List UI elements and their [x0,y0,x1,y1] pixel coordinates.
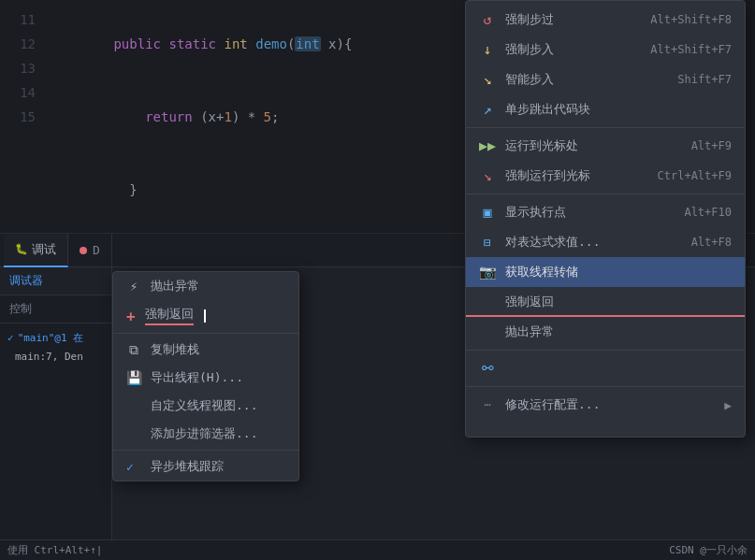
left-context-menu: ⚡ 抛出异常 + 强制返回 ⧉ 复制堆栈 💾 导出线程(H)... 自定义线程视… [112,271,299,481]
force-run-to-cursor-icon: ↘ [479,167,496,184]
force-step-over-icon: ↺ [479,11,496,28]
menu-export-thread[interactable]: 💾 导出线程(H)... [113,364,298,392]
rmenu-run-to-cursor-label: 运行到光标处 [505,137,578,154]
rmenu-force-return[interactable]: 强制返回 [466,287,745,317]
menu-force-return-label: 强制返回 [145,306,194,325]
rmenu-run-to-cursor[interactable]: ▶▶ 运行到光标处 Alt+F9 [466,131,745,161]
rmenu-modify-run-config[interactable] [466,420,745,433]
rmenu-force-step-into-left: ↓ 强制步入 [479,41,554,58]
rmenu-force-run-left: ↘ 强制运行到光标 [479,167,590,184]
throw-exception-icon: ⚡ [126,279,141,294]
thread-check-icon: ✓ [7,332,14,344]
debugger-tab-console[interactable]: 控制 [0,295,111,323]
menu-add-step-filter[interactable]: 添加步进筛选器... [113,420,298,448]
run-to-cursor-icon: ▶▶ [479,137,496,154]
rmenu-eval-expr-label: 对表达式求值... [505,234,600,251]
rmenu-exec-point-left: ▣ 显示执行点 [479,204,566,221]
rmenu-smart-step-into[interactable]: ↘ 智能步入 Shift+F7 [466,65,745,94]
rmenu-sep2 [466,194,745,194]
menu-separator-2 [113,450,298,451]
rmenu-thread-dump-label: 获取线程转储 [505,264,578,280]
smart-step-into-icon: ↘ [479,71,496,88]
rmenu-force-run-to-cursor[interactable]: ↘ 强制运行到光标 Ctrl+Alt+F9 [466,161,745,191]
tab-debug[interactable]: 🐛 调试 [4,234,68,267]
rmenu-eval-expr-left: ⊟ 对表达式求值... [479,234,600,251]
rmenu-smart-step-into-label: 智能步入 [505,71,554,88]
copy-stack-icon: ⧉ [126,342,141,358]
force-return-underline [466,315,745,317]
rmenu-force-step-over-shortcut: Alt+Shift+F8 [650,13,732,26]
debugger-tab-debugger[interactable]: 调试器 [0,267,111,295]
rmenu-exec-point-label: 显示执行点 [505,204,566,221]
step-out-code-block-icon: ↗ [479,101,496,118]
thread-main: ✓ "main"@1 在 [0,327,111,349]
checkmark-icon: ✓ [126,460,141,474]
rmenu-force-step-over[interactable]: ↺ 强制步过 Alt+Shift+F8 [466,5,745,35]
tab-d[interactable]: D [68,234,112,267]
tab-debug-label: 调试 [32,241,56,258]
debug-settings-arrow: ▶ [724,398,732,412]
menu-async-stack-trace[interactable]: ✓ 异步堆栈跟踪 [113,452,298,481]
menu-export-thread-label: 导出线程(H)... [151,369,243,386]
rmenu-step-out-left: ↗ 单步跳出代码块 [479,101,590,118]
rmenu-smart-step-into-shortcut: Shift+F7 [677,73,732,86]
rmenu-get-thread-dump[interactable]: 📷 获取线程转储 [466,257,745,287]
rmenu-force-run-shortcut: Ctrl+Alt+F9 [658,169,732,182]
show-exec-point-icon: ▣ [479,204,496,221]
menu-copy-stack-label: 复制堆栈 [151,341,199,358]
menu-force-return[interactable]: + 强制返回 [113,300,298,331]
menu-custom-thread-label: 自定义线程视图... [151,397,257,414]
rmenu-follow-chain[interactable]: ⚯ [466,353,745,383]
csdn-watermark: CSDN @一只小余 [669,543,748,557]
rmenu-force-step-into-shortcut: Alt+Shift+F7 [650,43,732,56]
rmenu-force-return-left: 强制返回 [479,294,554,310]
status-left: 使用 Ctrl+Alt+↑| [7,543,102,557]
rmenu-show-execution-point[interactable]: ▣ 显示执行点 Alt+F10 [466,197,745,227]
rmenu-thread-dump-left: 📷 获取线程转储 [479,264,578,280]
rmenu-debug-settings-label: 修改运行配置... [505,396,600,413]
menu-custom-thread-view[interactable]: 自定义线程视图... [113,392,298,420]
rmenu-follow-chain-left: ⚯ [479,360,505,377]
menu-add-step-label: 添加步进筛选器... [151,425,257,442]
force-step-into-icon: ↓ [479,41,496,58]
rmenu-force-step-into-label: 强制步入 [505,41,554,58]
rmenu-throw-exc-label: 抛出异常 [505,323,554,340]
rmenu-step-out-label: 单步跳出代码块 [505,101,590,118]
rmenu-force-return-label: 强制返回 [505,294,554,310]
rmenu-sep1 [466,127,745,128]
rmenu-eval-expr-shortcut: Alt+F8 [691,236,732,249]
menu-throw-exception[interactable]: ⚡ 抛出异常 [113,272,298,300]
menu-async-label: 异步堆栈跟踪 [151,458,224,475]
debug-settings-icon: ⋯ [479,398,496,411]
debugger-sidebar: 调试器 控制 ✓ "main"@1 在 main:7, Den [0,267,112,560]
rmenu-sep4 [466,386,745,387]
rmenu-smart-step-into-left: ↘ 智能步入 [479,71,554,88]
menu-throw-exception-label: 抛出异常 [151,278,199,294]
rmenu-force-step-over-left: ↺ 强制步过 [479,11,554,28]
rmenu-exec-point-shortcut: Alt+F10 [684,206,732,219]
rmenu-sep3 [466,350,745,351]
follow-chain-icon: ⚯ [479,360,496,377]
eval-expr-icon: ⊟ [479,236,496,250]
rmenu-force-step-over-label: 强制步过 [505,11,554,28]
right-context-menu: ↺ 强制步过 Alt+Shift+F8 ↓ 强制步入 Alt+Shift+F7 … [465,0,746,438]
tab-dot [80,247,87,254]
rmenu-throw-exception[interactable]: 抛出异常 [466,317,745,347]
rmenu-force-step-into[interactable]: ↓ 强制步入 Alt+Shift+F7 [466,35,745,65]
thread-main-label: "main"@1 在 [18,331,84,345]
menu-separator-1 [113,333,298,334]
export-thread-icon: 💾 [126,370,141,385]
thread-sub: main:7, Den [0,349,111,365]
text-cursor [204,309,206,323]
rmenu-run-to-cursor-left: ▶▶ 运行到光标处 [479,137,578,154]
menu-copy-stack[interactable]: ⧉ 复制堆栈 [113,336,298,364]
rmenu-run-to-cursor-shortcut: Alt+F9 [691,139,732,152]
status-bar: 使用 Ctrl+Alt+↑| CSDN @一只小余 [0,539,755,560]
rmenu-debug-settings-left: ⋯ 修改运行配置... [479,396,600,413]
rmenu-force-run-label: 强制运行到光标 [505,167,590,184]
debug-icon: 🐛 [15,243,28,255]
rmenu-evaluate-expr[interactable]: ⊟ 对表达式求值... Alt+F8 [466,227,745,257]
rmenu-step-out-code-block[interactable]: ↗ 单步跳出代码块 [466,94,745,124]
rmenu-debug-settings[interactable]: ⋯ 修改运行配置... ▶ [466,390,745,420]
get-thread-dump-icon: 📷 [479,264,496,280]
